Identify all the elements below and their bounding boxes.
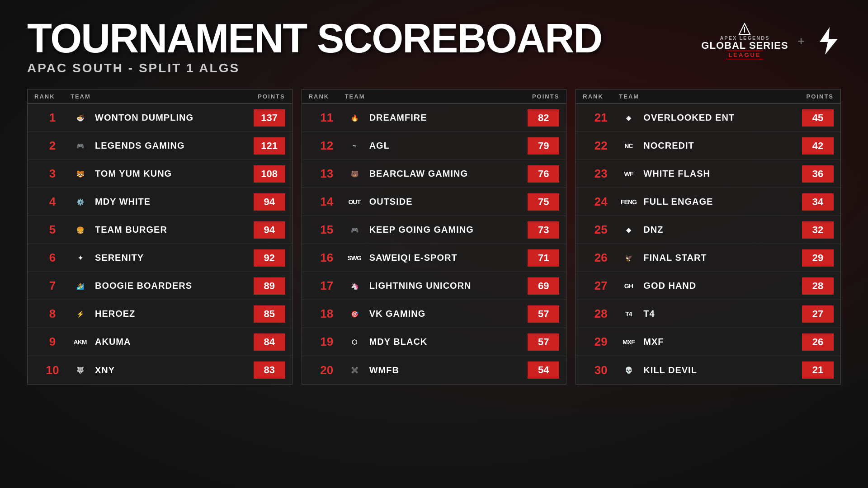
team-icon: GH xyxy=(619,277,638,296)
table-row: 16SWGSAWEIQI E-SPORT71 xyxy=(302,244,566,272)
team-icon: ◈ xyxy=(619,108,638,127)
points-badge: 57 xyxy=(528,305,559,323)
team-cell: ◈OVERLOOKED ENT xyxy=(619,108,793,127)
points-badge: 108 xyxy=(254,165,285,183)
team-cell: GHGOD HAND xyxy=(619,277,793,296)
table-row: 24FENGFULL ENGAGE34 xyxy=(576,188,840,216)
table-row: 9AKMAKUMA84 xyxy=(28,328,292,356)
column-1: RANKTEAMPOINTS1🍜WONTON DUMPLING1372🎮LEGE… xyxy=(27,89,292,385)
rank-cell: 4 xyxy=(34,195,71,209)
team-icon: T4 xyxy=(619,305,638,324)
team-icon: SWG xyxy=(345,249,364,267)
team-icon-symbol: 🎮 xyxy=(351,226,358,234)
team-name: BOOGIE BOARDERS xyxy=(95,281,192,291)
team-cell: 🎮LEGENDS GAMING xyxy=(71,136,245,155)
rank-cell: 26 xyxy=(583,251,619,265)
points-cell: 89 xyxy=(245,277,285,295)
team-name: KILL DEVIL xyxy=(643,365,697,375)
team-icon: 🍔 xyxy=(71,221,90,239)
team-icon: 🎯 xyxy=(345,305,364,324)
points-cell: 26 xyxy=(793,333,834,351)
team-icon-symbol: 🦅 xyxy=(625,254,632,262)
team-icon: 🎮 xyxy=(345,221,364,239)
table-row: 22NCNOCREDIT42 xyxy=(576,132,840,160)
team-icon-symbol: ✖️ xyxy=(351,366,358,374)
team-icon: ⬡ xyxy=(345,333,364,352)
team-icon-symbol: NC xyxy=(624,142,632,150)
table-row: 29MXFMXF26 xyxy=(576,328,840,356)
team-name: VK GAMING xyxy=(369,309,426,319)
points-badge: 137 xyxy=(254,109,285,127)
team-name: TOM YUM KUNG xyxy=(95,169,172,179)
team-name: TEAM BURGER xyxy=(95,225,167,235)
team-icon-symbol: ⚙️ xyxy=(76,198,84,206)
points-cell: 45 xyxy=(793,109,834,127)
points-cell: 75 xyxy=(519,193,559,211)
team-icon: WF xyxy=(619,164,638,183)
points-badge: 42 xyxy=(802,137,834,155)
table-row: 13🐻BEARCLAW GAMING76 xyxy=(302,160,566,188)
points-cell: 76 xyxy=(519,165,559,183)
rank-cell: 6 xyxy=(34,251,71,265)
team-icon-symbol: FENG xyxy=(621,198,637,206)
team-icon: MXF xyxy=(619,333,638,352)
rank-cell: 18 xyxy=(309,307,345,321)
page-subtitle: APAC SOUTH - SPLIT 1 ALGS xyxy=(27,61,602,75)
points-cell: 34 xyxy=(793,193,834,211)
team-icon: 🦅 xyxy=(619,249,638,267)
points-cell: 57 xyxy=(519,333,559,351)
scoreboard-grid: RANKTEAMPOINTS1🍜WONTON DUMPLING1372🎮LEGE… xyxy=(27,89,841,385)
team-icon-symbol: 🍔 xyxy=(76,226,84,234)
bolt-logo xyxy=(814,28,841,55)
points-badge: 69 xyxy=(528,277,559,295)
points-cell: 85 xyxy=(245,305,285,323)
points-badge: 75 xyxy=(528,193,559,211)
points-cell: 29 xyxy=(793,249,834,267)
rank-cell: 29 xyxy=(583,335,619,349)
team-icon-symbol: ✦ xyxy=(78,254,83,262)
rank-cell: 15 xyxy=(309,223,345,237)
team-name: OUTSIDE xyxy=(369,197,413,207)
points-cell: 79 xyxy=(519,137,559,155)
team-icon: 🔥 xyxy=(345,108,364,127)
team-icon: NC xyxy=(619,136,638,155)
rank-cell: 8 xyxy=(34,307,71,321)
points-cell: 137 xyxy=(245,109,285,127)
team-cell: ✦SERENITY xyxy=(71,249,245,267)
team-icon-symbol: 🐯 xyxy=(76,170,84,178)
team-name: LEGENDS GAMING xyxy=(95,141,184,151)
team-icon: 🏄 xyxy=(71,277,90,296)
column-2: RANKTEAMPOINTS11🔥DREAMFIRE8212~AGL7913🐻B… xyxy=(302,89,567,385)
rank-cell: 23 xyxy=(583,167,619,181)
points-cell: 94 xyxy=(245,221,285,239)
rank-cell: 12 xyxy=(309,139,345,153)
team-cell: NCNOCREDIT xyxy=(619,136,793,155)
table-row: 4⚙️MDY WHITE94 xyxy=(28,188,292,216)
rank-cell: 25 xyxy=(583,223,619,237)
rank-cell: 21 xyxy=(583,111,619,125)
column-3: RANKTEAMPOINTS21◈OVERLOOKED ENT4522NCNOC… xyxy=(576,89,841,385)
points-cell: 73 xyxy=(519,221,559,239)
rank-cell: 16 xyxy=(309,251,345,265)
rank-cell: 20 xyxy=(309,363,345,377)
team-name: KEEP GOING GAMING xyxy=(369,225,474,235)
points-badge: 26 xyxy=(802,333,834,351)
team-icon: ~ xyxy=(345,136,364,155)
team-name: SERENITY xyxy=(95,253,144,263)
team-cell: 🏄BOOGIE BOARDERS xyxy=(71,277,245,296)
rank-header-label: RANK xyxy=(583,93,619,100)
points-badge: 71 xyxy=(528,249,559,267)
points-badge: 29 xyxy=(802,249,834,267)
team-icon-symbol: 🎮 xyxy=(76,142,84,150)
rank-cell: 24 xyxy=(583,195,619,209)
rank-cell: 22 xyxy=(583,139,619,153)
team-name: OVERLOOKED ENT xyxy=(643,113,735,123)
points-header-label: POINTS xyxy=(793,93,834,100)
team-icon-symbol: GH xyxy=(624,282,633,290)
team-icon-symbol: 🎯 xyxy=(351,310,358,318)
team-name: AGL xyxy=(369,141,390,151)
team-header-label: TEAM xyxy=(345,93,519,100)
team-icon-symbol: ⚡ xyxy=(76,310,84,318)
points-cell: 28 xyxy=(793,277,834,295)
points-cell: 71 xyxy=(519,249,559,267)
